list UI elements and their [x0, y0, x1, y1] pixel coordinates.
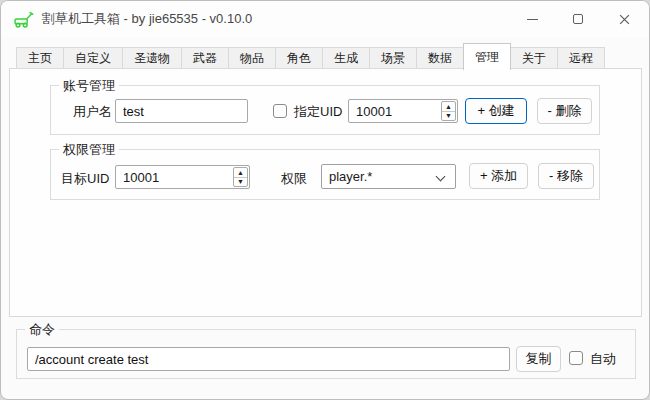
target-uid-spinner: ▲ ▼	[233, 167, 248, 187]
window-controls	[509, 1, 647, 37]
username-input[interactable]	[115, 99, 248, 123]
uid-spinner: ▲ ▼	[441, 101, 456, 121]
spin-down-icon[interactable]: ▼	[234, 178, 247, 187]
specify-uid-checkbox[interactable]	[273, 104, 287, 118]
specify-uid-label: 指定UID	[294, 103, 342, 121]
remove-permission-button[interactable]: - 移除	[538, 163, 594, 189]
close-button[interactable]	[601, 1, 647, 37]
delete-account-button[interactable]: - 删除	[537, 98, 592, 124]
target-uid-stepper[interactable]: 10001 ▲ ▼	[115, 165, 250, 189]
add-permission-button[interactable]: + 添加	[469, 163, 528, 189]
tab-strip: 主页 自定义 圣遗物 武器 物品 角色 生成 场景 数据 管理 关于 远程	[16, 42, 605, 69]
close-icon	[619, 14, 630, 25]
permission-management-group: 权限管理 目标UID 10001 ▲ ▼ 权限 player.* + 添加 - …	[50, 149, 600, 200]
maximize-button[interactable]	[555, 1, 601, 37]
tab-home[interactable]: 主页	[16, 47, 64, 69]
tab-item[interactable]: 物品	[228, 47, 276, 69]
lawn-mower-icon	[13, 11, 34, 28]
tab-weapon[interactable]: 武器	[181, 47, 229, 69]
tab-management[interactable]: 管理	[463, 43, 511, 70]
command-group: 命令 复制 自动	[16, 329, 636, 379]
tab-custom[interactable]: 自定义	[63, 47, 123, 69]
maximize-icon	[573, 14, 583, 24]
uid-value: 10001	[349, 104, 441, 119]
spin-up-icon[interactable]: ▲	[234, 168, 247, 178]
create-account-button[interactable]: + 创建	[465, 98, 527, 124]
tab-about[interactable]: 关于	[510, 47, 558, 69]
command-group-title: 命令	[25, 322, 59, 337]
chevron-down-icon	[436, 172, 446, 182]
minimize-button[interactable]	[509, 1, 555, 37]
tab-artifact[interactable]: 圣遗物	[122, 47, 182, 69]
copy-button[interactable]: 复制	[516, 346, 561, 372]
target-uid-value: 10001	[116, 170, 233, 185]
username-label: 用户名	[73, 103, 112, 121]
command-input[interactable]	[27, 347, 510, 371]
auto-label: 自动	[590, 350, 616, 368]
uid-stepper[interactable]: 10001 ▲ ▼	[348, 99, 458, 123]
tab-character[interactable]: 角色	[275, 47, 323, 69]
management-tab-page: 账号管理 用户名 指定UID 10001 ▲ ▼ + 创建 - 删除 权限管理 …	[9, 68, 642, 317]
spin-down-icon[interactable]: ▼	[442, 112, 455, 121]
minimize-icon	[527, 19, 538, 20]
window-title: 割草机工具箱 - by jie65535 - v0.10.0	[42, 10, 252, 28]
permission-value: player.*	[329, 169, 372, 184]
permission-select[interactable]: player.*	[321, 164, 456, 189]
auto-checkbox[interactable]	[569, 351, 583, 365]
target-uid-label: 目标UID	[61, 170, 109, 188]
tab-spawn[interactable]: 生成	[322, 47, 370, 69]
tab-data[interactable]: 数据	[416, 47, 464, 69]
permission-label: 权限	[281, 170, 307, 188]
account-management-group: 账号管理 用户名 指定UID 10001 ▲ ▼ + 创建 - 删除	[50, 85, 600, 135]
titlebar: 割草机工具箱 - by jie65535 - v0.10.0	[1, 1, 649, 37]
tab-scene[interactable]: 场景	[369, 47, 417, 69]
app-window: 割草机工具箱 - by jie65535 - v0.10.0 主页 自定义 圣遗…	[0, 0, 650, 400]
spin-up-icon[interactable]: ▲	[442, 102, 455, 112]
account-group-title: 账号管理	[59, 78, 119, 93]
tab-remote[interactable]: 远程	[557, 47, 605, 69]
permission-group-title: 权限管理	[59, 142, 119, 157]
